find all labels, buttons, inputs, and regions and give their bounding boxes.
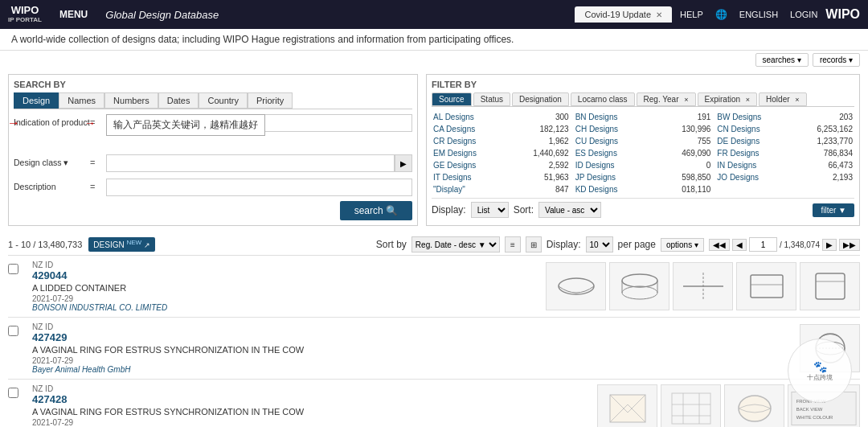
result-id-label-3: NZ ID — [32, 384, 589, 393]
filter-tab-regyear[interactable]: Reg. Year × — [637, 92, 696, 106]
page-input[interactable] — [749, 237, 777, 252]
result-company-2[interactable]: Bayer Animal Health GmbH — [32, 365, 792, 374]
per-page-select[interactable]: 102550 — [586, 236, 613, 253]
filter-al-link[interactable]: AL Designs — [433, 113, 474, 121]
header-right: HELP 🌐 ENGLISH LOGIN — [680, 9, 817, 20]
options-button[interactable]: options ▾ — [661, 238, 704, 252]
filter-kd-count: 018,110 — [682, 185, 710, 194]
help-link[interactable]: HELP — [680, 10, 703, 19]
indication-input[interactable] — [106, 114, 412, 132]
design-badge[interactable]: DESIGN NEW ↗ — [88, 237, 155, 251]
filter-cell-ge: GE Designs2,592 — [432, 160, 571, 170]
filter-ch-link[interactable]: CH Designs — [575, 125, 618, 133]
filter-ge-count: 2,592 — [549, 161, 569, 170]
filter-cu-link[interactable]: CU Designs — [575, 137, 618, 146]
svg-rect-14 — [610, 395, 645, 422]
tab-dates[interactable]: Dates — [158, 92, 199, 109]
filter-jo-link[interactable]: JO Designs — [717, 173, 759, 182]
filter-ca-link[interactable]: CA Designs — [433, 125, 475, 133]
language-selector[interactable]: ENGLISH — [739, 10, 778, 19]
tab-design[interactable]: Design — [14, 92, 59, 109]
results-controls: Sort by Reg. Date - desc ▼ ≡ ⊞ Display: … — [376, 236, 860, 253]
filter-in-count: 66,473 — [828, 161, 853, 170]
searches-button[interactable]: searches ▾ — [755, 53, 809, 67]
checkbox-3[interactable] — [8, 388, 18, 398]
filter-em-link[interactable]: EM Designs — [433, 149, 477, 158]
filter-cell-it: IT Designs51,963 — [432, 172, 571, 183]
filter-tab-status[interactable]: Status — [473, 92, 510, 106]
display-label: Display: — [547, 239, 581, 250]
filter-in-link[interactable]: IN Designs — [717, 161, 756, 170]
tab-priority[interactable]: Priority — [248, 92, 293, 109]
filter-tab-locarno[interactable]: Locarno class — [571, 92, 635, 106]
covid-tab[interactable]: Covid-19 Update ✕ — [575, 6, 672, 23]
filter-fr-link[interactable]: FR Designs — [717, 149, 759, 158]
checkbox-2[interactable] — [8, 326, 18, 336]
result-id-1[interactable]: 429044 — [32, 269, 538, 281]
watermark: 🐾 十点跨境 — [788, 339, 852, 403]
page-next-btn[interactable]: ▶ — [822, 239, 837, 251]
filter-cr-link[interactable]: CR Designs — [433, 137, 476, 146]
menu-button[interactable]: MENU — [50, 9, 97, 20]
filter-ge-link[interactable]: GE Designs — [433, 161, 476, 170]
result-checkbox-2[interactable] — [8, 322, 24, 374]
filter-cn-link[interactable]: CN Designs — [717, 125, 760, 133]
tab-names[interactable]: Names — [59, 92, 104, 109]
result-title-2: A VAGINAL RING FOR ESTRUS SYNCHRONIZATIO… — [32, 345, 792, 355]
filter-button[interactable]: filter ▼ — [813, 203, 854, 217]
result-image-1a — [546, 262, 606, 310]
filter-tab-expiration[interactable]: Expiration × — [698, 92, 758, 106]
filter-it-link[interactable]: IT Designs — [433, 173, 472, 182]
expiration-close-icon[interactable]: × — [746, 96, 750, 104]
filter-jp-link[interactable]: JP Designs — [575, 173, 616, 182]
filter-id-link[interactable]: ID Designs — [575, 161, 615, 170]
indication-input-area: 输入产品英文关键词，越精准越好 → — [106, 114, 412, 132]
design-class-label: Design class ▾ — [14, 154, 90, 167]
login-button[interactable]: LOGIN — [790, 10, 817, 19]
result-id-3[interactable]: 427428 — [32, 393, 589, 405]
description-eq: = — [90, 179, 106, 191]
tab-country[interactable]: Country — [199, 92, 248, 109]
checkbox-1[interactable] — [8, 264, 18, 274]
design-class-eq: = — [90, 154, 106, 167]
result-checkbox-3[interactable] — [8, 384, 24, 427]
result-id-2[interactable]: 427429 — [32, 331, 792, 343]
list-view-btn[interactable]: ≡ — [505, 236, 521, 253]
filter-kd-link[interactable]: KD Designs — [575, 185, 618, 194]
description-input[interactable] — [106, 179, 412, 196]
holder-close-icon[interactable]: × — [795, 96, 799, 104]
records-button[interactable]: records ▾ — [813, 53, 860, 67]
filter-display-link[interactable]: "Display" — [433, 185, 465, 194]
filter-cell-es: ES Designs469,090 — [574, 148, 713, 158]
filter-tab-holder[interactable]: Holder × — [759, 92, 807, 106]
filter-id-count: 0 — [706, 161, 711, 170]
filter-bw-link[interactable]: BW Designs — [717, 113, 761, 121]
sort-select[interactable]: Value - asc — [538, 202, 601, 218]
grid-view-btn[interactable]: ⊞ — [526, 236, 542, 253]
page-last-btn[interactable]: ▶▶ — [839, 239, 860, 251]
filter-bn-link[interactable]: BN Designs — [575, 113, 618, 121]
sort-select[interactable]: Reg. Date - desc ▼ — [411, 236, 500, 253]
regyear-close-icon[interactable]: × — [684, 96, 688, 104]
design-class-input[interactable] — [106, 154, 395, 172]
display-select[interactable]: List Grid — [471, 202, 509, 218]
tab-close-icon[interactable]: ✕ — [656, 10, 662, 19]
design-class-arrow-btn[interactable]: ▶ — [395, 154, 412, 172]
tab-numbers[interactable]: Numbers — [104, 92, 158, 109]
result-checkbox-1[interactable] — [8, 261, 24, 312]
result-company-1[interactable]: BONSON INDUSTRIAL CO. LIMITED — [32, 303, 538, 312]
filter-de-link[interactable]: DE Designs — [717, 137, 760, 146]
search-button[interactable]: search 🔍 — [340, 201, 412, 220]
filter-tabs: Source Status Designation Locarno class … — [432, 92, 854, 107]
filter-al-count: 300 — [555, 113, 569, 121]
svg-text:WHITE COLOUR: WHITE COLOUR — [796, 415, 833, 420]
filter-cell-de: DE Designs1,233,770 — [715, 136, 854, 146]
filter-tab-source[interactable]: Source — [432, 92, 472, 106]
filter-jp-count: 598,850 — [682, 173, 710, 182]
page-prev-btn[interactable]: ◀ — [732, 239, 747, 251]
svg-point-2 — [622, 286, 657, 299]
filter-tab-designation[interactable]: Designation — [512, 92, 569, 106]
svg-text:BACK VIEW: BACK VIEW — [796, 407, 823, 412]
page-first-btn[interactable]: ◀◀ — [709, 239, 730, 251]
filter-es-link[interactable]: ES Designs — [575, 149, 617, 158]
